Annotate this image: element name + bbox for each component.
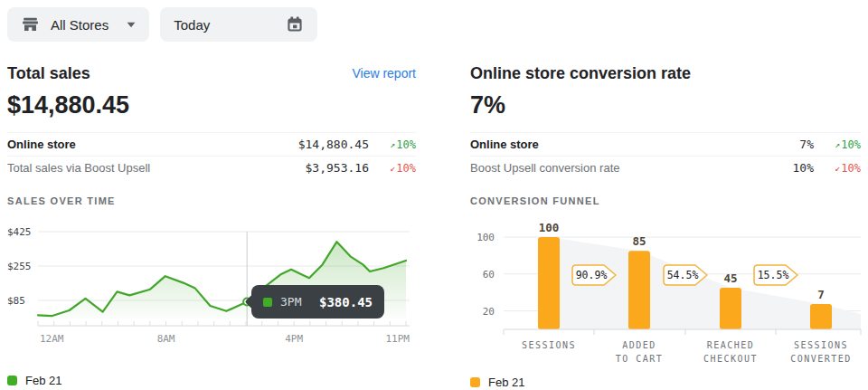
metric-value: 10% [619, 161, 814, 175]
metric-row-online-store-rate: Online store 7% ↗10% [470, 132, 861, 156]
funnel-category-label: CHECKOUT [703, 354, 758, 364]
total-sales-title: Total sales [7, 63, 90, 83]
conversion-rate-title: Online store conversion rate [470, 63, 691, 83]
funnel-category-label: SESSIONS [794, 340, 848, 350]
y-tick-label: 60 [483, 269, 495, 281]
trend-down-icon: ↙ [390, 163, 395, 173]
funnel-legend: Feb 21 [470, 376, 861, 389]
topbar: All Stores Today [7, 7, 317, 42]
trend-up-icon: ↗ [390, 139, 395, 149]
funnel-category-label: ADDED [622, 340, 656, 350]
funnel-category-label: REACHED [707, 340, 755, 350]
metric-delta: ↗10% [369, 138, 416, 151]
x-tick-label: 4PM [285, 333, 303, 345]
total-sales-panel: Total sales View report $14,880.45 Onlin… [7, 63, 416, 387]
store-icon [21, 15, 40, 34]
funnel-bar-2[interactable] [720, 288, 741, 329]
legend-swatch-orange [470, 377, 480, 387]
metric-label: Online store [470, 138, 539, 151]
view-report-link[interactable]: View report [352, 63, 416, 83]
y-tick-label: $255 [7, 261, 32, 272]
funnel-bar-chart-svg: 10060201008545790.9%54.5%15.5%SESSIONSAD… [470, 223, 861, 369]
metric-label: Boost Upsell conversion rate [470, 161, 619, 175]
badge-label: 90.9% [576, 269, 608, 281]
caret-down-icon [127, 22, 136, 28]
legend-swatch-green [7, 376, 17, 385]
conversion-rate-panel: Online store conversion rate 7% Online s… [470, 63, 861, 389]
funnel-category-label: SESSIONS [522, 340, 576, 350]
conversion-rate-metrics: Online store 7% ↗10% Boost Upsell conver… [470, 132, 861, 179]
conversion-funnel-chart[interactable]: 10060201008545790.9%54.5%15.5%SESSIONSAD… [470, 223, 861, 369]
bar-value-label: 100 [539, 221, 560, 234]
bar-value-label: 7 [817, 288, 825, 301]
x-tick-label: 8AM [157, 333, 175, 345]
funnel-category-label: CONVERTED [790, 354, 852, 364]
store-selector-label: All Stores [51, 17, 108, 33]
tooltip-time: 3PM [280, 295, 301, 309]
badge-label: 15.5% [758, 269, 789, 281]
metric-row-online-store: Online store $14,880.45 ↗10% [7, 132, 416, 156]
metric-delta: ↗10% [814, 138, 861, 151]
x-tick-label: 12AM [40, 333, 64, 345]
metric-row-boost-upsell-rate: Boost Upsell conversion rate 10% ↙10% [470, 156, 861, 179]
calendar-icon [286, 15, 304, 33]
total-sales-metrics: Online store $14,880.45 ↗10% Total sales… [7, 132, 416, 179]
analytics-dashboard: All Stores Today Total sales View report… [0, 0, 868, 390]
funnel-category-label: TO CART [616, 354, 664, 364]
y-tick-label: 20 [483, 306, 495, 318]
metric-label: Total sales via Boost Upsell [7, 161, 150, 175]
metric-delta: ↙10% [369, 162, 416, 175]
bar-value-label: 45 [723, 271, 737, 285]
metric-label: Online store [7, 138, 76, 151]
metric-delta: ↙10% [814, 162, 861, 175]
conversion-badge: 15.5% [754, 265, 797, 285]
bar-value-label: 85 [632, 234, 646, 248]
tooltip-series-swatch [263, 298, 272, 307]
sales-over-time-title: SALES OVER TIME [7, 195, 416, 207]
store-selector-button[interactable]: All Stores [7, 7, 149, 42]
y-tick-label: $425 [7, 226, 32, 238]
conversion-rate-big-value: 7% [470, 90, 861, 119]
sales-over-time-chart[interactable]: $425$255$8512AM8AM4PM11PM 3PM $380.45 [7, 223, 416, 349]
conversion-funnel-title: CONVERSION FUNNEL [470, 195, 861, 207]
sales-legend: Feb 21 [7, 374, 416, 387]
legend-label: Feb 21 [488, 376, 524, 389]
funnel-bar-1[interactable] [628, 251, 650, 329]
date-selector-button[interactable]: Today [160, 7, 317, 42]
legend-label: Feb 21 [25, 374, 61, 387]
funnel-bar-0[interactable] [538, 237, 560, 329]
y-tick-label: 100 [476, 232, 495, 243]
funnel-bar-3[interactable] [810, 304, 832, 329]
metric-value: 7% [539, 138, 814, 151]
total-sales-big-value: $14,880.45 [7, 90, 416, 119]
metric-value: $14,880.45 [76, 138, 369, 151]
trend-down-icon: ↙ [835, 163, 840, 173]
y-tick-label: $85 [7, 295, 25, 307]
metric-row-boost-upsell-sales: Total sales via Boost Upsell $3,953.16 ↙… [7, 156, 416, 179]
date-selector-label: Today [174, 17, 210, 33]
metric-value: $3,953.16 [150, 161, 369, 175]
trend-up-icon: ↗ [835, 139, 840, 149]
chart-tooltip: 3PM $380.45 [251, 285, 384, 319]
badge-label: 54.5% [667, 269, 699, 281]
tooltip-value: $380.45 [319, 295, 373, 309]
x-tick-label: 11PM [386, 333, 410, 345]
